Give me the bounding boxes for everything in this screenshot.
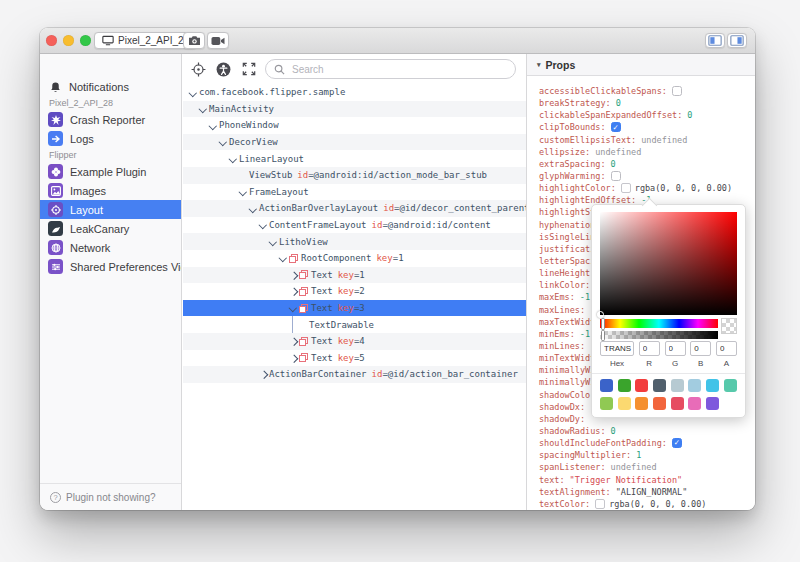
sidebar-item-layout[interactable]: Layout [40,200,181,219]
tree-row-contentframelayout[interactable]: ContentFrameLayoutid=@android:id/content [183,217,526,234]
chevron-down-icon[interactable] [218,134,229,151]
tree-row-rootcomponent[interactable]: RootComponentkey=1 [183,250,526,267]
plugin-help-link[interactable]: ? Plugin not showing? [40,483,181,510]
props-section-header[interactable]: ▾ Props [527,54,755,76]
target-mode-button[interactable] [190,61,207,78]
tree-row-text[interactable]: Textkey=2 [183,283,526,300]
chevron-right-icon[interactable] [288,350,299,367]
sidebar-item-logs[interactable]: Logs [40,129,181,148]
preset-color-swatch[interactable] [688,379,701,392]
screenshot-button[interactable] [183,32,205,49]
prop-color-swatch[interactable] [621,183,631,193]
prop-color-swatch[interactable] [595,499,605,509]
preset-color-swatch[interactable] [600,397,613,410]
tree-row-actionbarcontainer[interactable]: ActionBarContainerid=@id/action_bar_cont… [183,366,526,383]
tree-row-text[interactable]: Textkey=4 [183,333,526,350]
prop-name: clipToBounds: [539,122,606,132]
expand-corners-button[interactable] [240,61,257,78]
prop-name: textAlignment: [539,487,611,497]
sidebar-item-notifications[interactable]: Notifications [40,78,181,96]
tree-row-text[interactable]: Textkey=1 [183,267,526,284]
chevron-down-icon[interactable] [198,101,209,118]
preset-color-swatch[interactable] [635,379,648,392]
tree-row-decorview[interactable]: DecorView [183,134,526,151]
tree-row-framelayout[interactable]: FrameLayout [183,184,526,201]
chevron-down-icon[interactable] [248,200,259,217]
search-input[interactable] [290,63,515,76]
preset-color-swatch[interactable] [724,379,737,392]
prop-value-enum: "ALIGN_NORMAL" [616,487,688,497]
sidebar-item-crash-reporter[interactable]: Crash Reporter [40,110,181,129]
zoom-window-button[interactable] [80,35,91,46]
tree-row-phonewindow[interactable]: PhoneWindow [183,117,526,134]
prop-checkbox[interactable]: ✓ [672,438,682,448]
preset-color-swatch[interactable] [653,397,666,410]
tree-row-textdrawable[interactable]: TextDrawable [183,316,526,333]
preset-color-swatch[interactable] [618,379,631,392]
prop-checkbox[interactable]: ✓ [611,122,621,132]
prop-row-ellipsize: ellipsize:undefined [539,146,755,158]
sidebar-item-leakcanary[interactable]: LeakCanary [40,219,181,238]
prop-checkbox[interactable] [672,86,682,96]
tree-row-actionbaroverlaylayout[interactable]: ActionBarOverlayLayoutid=@id/decor_conte… [183,200,526,217]
r-input[interactable] [639,341,660,356]
chevron-right-icon[interactable] [288,283,299,300]
chevron-down-icon[interactable] [258,217,269,234]
chevron-right-icon[interactable] [288,333,299,350]
hue-slider[interactable] [600,319,718,328]
hue-cursor[interactable] [601,318,605,330]
chevron-down-icon[interactable] [238,184,249,201]
tree-row-viewstub[interactable]: ViewStubid=@android:id/action_mode_bar_s… [183,167,526,184]
a-input[interactable] [716,341,737,356]
chevron-right-icon[interactable] [288,267,299,284]
screen-record-button[interactable] [207,32,229,49]
toggle-left-sidebar-button[interactable] [705,33,725,48]
bell-icon [49,81,62,94]
chevron-down-icon[interactable] [208,117,219,134]
chevron-down-icon[interactable] [288,300,299,317]
preset-color-swatch[interactable] [635,397,648,410]
target-icon [191,62,206,77]
chevron-right-icon[interactable] [258,366,269,383]
chevron-down-icon[interactable] [278,250,289,267]
sidebar-item-network[interactable]: Network [40,238,181,257]
sidebar-item-example-plugin[interactable]: Example Plugin [40,162,181,181]
g-input[interactable] [665,341,686,356]
close-window-button[interactable] [46,35,57,46]
alpha-cursor[interactable] [601,330,605,341]
chevron-down-icon[interactable] [188,84,199,101]
preset-color-swatch[interactable] [600,379,613,392]
chevron-down-icon[interactable] [268,233,279,250]
panel-left-icon [708,35,722,46]
chevron-down-icon[interactable] [228,150,239,167]
preset-color-swatch[interactable] [706,379,719,392]
sidebar-item-images[interactable]: Images [40,181,181,200]
tree-node-name: TextDrawable [309,320,374,330]
sidebar-item-shared-preferences-viewer[interactable]: Shared Preferences Viewer [40,257,181,276]
device-selector-button[interactable]: Pixel_2_API_28 [94,32,197,49]
tree-row-lithoview[interactable]: LithoView [183,233,526,250]
tree-row-text[interactable]: Textkey=5 [183,350,526,367]
hex-input[interactable] [600,341,634,356]
tree-row-linearlayout[interactable]: LinearLayout [183,150,526,167]
window-controls [46,35,91,46]
tree-row-com-facebook-flipper-sample[interactable]: com.facebook.flipper.sample [183,84,526,101]
alpha-slider[interactable] [600,331,718,339]
tree-row-mainactivity[interactable]: MainActivity [183,101,526,118]
preset-color-swatch[interactable] [671,397,684,410]
preset-color-swatch[interactable] [618,397,631,410]
preset-color-swatch[interactable] [688,397,701,410]
accessibility-mode-button[interactable] [215,61,232,78]
minimize-window-button[interactable] [63,35,74,46]
preset-color-swatch[interactable] [653,379,666,392]
toggle-right-sidebar-button[interactable] [727,33,747,48]
prop-row-shouldincludefontpadding: shouldIncludeFontPadding:✓ [539,437,755,449]
preset-color-swatch[interactable] [671,379,684,392]
saturation-cursor[interactable] [597,311,604,318]
tree-row-text[interactable]: Textkey=3 [183,300,526,317]
b-input[interactable] [690,341,711,356]
prop-checkbox[interactable] [611,171,621,181]
saturation-area[interactable] [600,212,737,315]
preset-color-swatch[interactable] [706,397,719,410]
prop-row-spanlistener: spanListener:undefined [539,461,755,473]
